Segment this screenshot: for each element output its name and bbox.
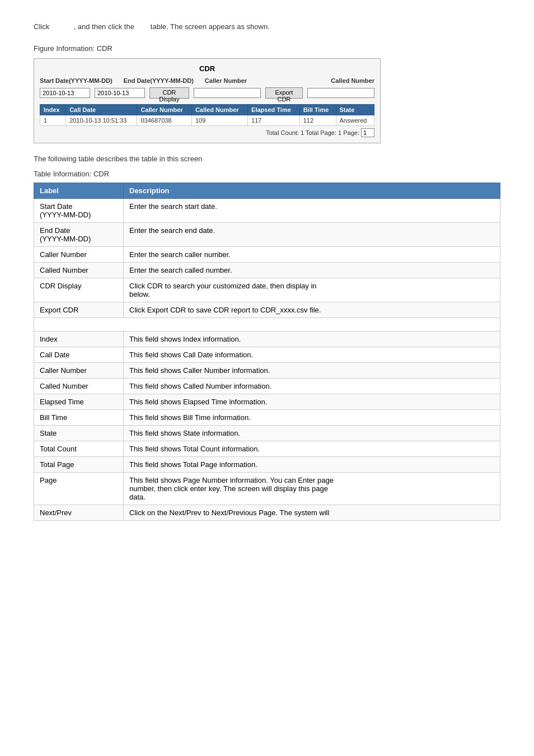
info-col-label: Label <box>34 183 124 199</box>
info-desc-cell: This field shows Index information. <box>124 332 500 347</box>
info-table-row: Start Date(YYYY-MM-DD) Enter the search … <box>34 199 500 223</box>
info-table-row: Index This field shows Index information… <box>34 332 500 347</box>
info-label-cell: Call Date <box>34 347 124 363</box>
col-elapsed-time: Elapsed Time <box>248 105 300 115</box>
info-desc-cell: This field shows State information. <box>124 426 500 441</box>
caller-number-input[interactable] <box>194 88 261 98</box>
cdr-table-header-row: Index Call Date Caller Number Called Num… <box>40 105 374 115</box>
info-label-cell: Next/Prev <box>34 505 124 521</box>
col-called-number: Called Number <box>191 105 247 115</box>
info-table-row: Export CDR Click Export CDR to save CDR … <box>34 302 500 318</box>
cell-state: Answered <box>336 115 374 126</box>
info-label-cell: Called Number <box>34 263 124 278</box>
cdr-form-labels-row: Start Date(YYYY-MM-DD) End Date(YYYY-MM-… <box>40 77 374 84</box>
info-table-row: Next/Prev Click on the Next/Prev to Next… <box>34 505 500 521</box>
info-table: Label Description Start Date(YYYY-MM-DD)… <box>34 183 500 521</box>
info-table-header-row: Label Description <box>34 183 500 199</box>
cdr-form-box: CDR Start Date(YYYY-MM-DD) End Date(YYYY… <box>34 58 381 143</box>
cell-elapsed-time: 117 <box>248 115 300 126</box>
info-table-row: CDR Display Click CDR to search your cus… <box>34 278 500 302</box>
info-table-row: Page This field shows Page Number inform… <box>34 473 500 505</box>
export-cdr-button[interactable]: Export CDR <box>265 87 303 99</box>
info-table-row: End Date(YYYY-MM-DD) Enter the search en… <box>34 223 500 247</box>
intro-text-middle: , and then click the <box>74 22 134 31</box>
info-table-row: Elapsed Time This field shows Elapsed Ti… <box>34 394 500 410</box>
info-desc-cell: Enter the search end date. <box>124 223 500 247</box>
info-label-cell: Total Page <box>34 457 124 473</box>
cdr-footer: Total Count: 1 Total Page: 1 Page: <box>40 128 374 137</box>
info-label-cell: Caller Number <box>34 247 124 263</box>
cdr-box-title: CDR <box>40 64 374 73</box>
cdr-table-row: 1 2010-10-13 10:51:33 034687038 109 117 … <box>40 115 374 126</box>
info-table-row: Bill Time This field shows Bill Time inf… <box>34 410 500 426</box>
info-table-row: Call Date This field shows Call Date inf… <box>34 347 500 363</box>
cell-bill-time: 112 <box>299 115 336 126</box>
info-desc-cell: Enter the search caller number. <box>124 247 500 263</box>
info-label-cell: CDR Display <box>34 278 124 302</box>
cell-call-date: 2010-10-13 10:51:33 <box>66 115 137 126</box>
cdr-form-inputs-row: CDR Display Export CDR <box>40 87 374 99</box>
cell-caller-number: 034687038 <box>137 115 192 126</box>
info-desc-cell: This field shows Call Date information. <box>124 347 500 363</box>
info-desc-cell: Click CDR to search your customized date… <box>124 278 500 302</box>
table-title: Table Information: CDR <box>34 170 500 178</box>
end-date-label: End Date(YYYY-MM-DD) <box>124 77 194 84</box>
info-desc-cell: This field shows Called Number informati… <box>124 379 500 394</box>
info-label-cell: Bill Time <box>34 410 124 426</box>
cell-called-number: 109 <box>191 115 247 126</box>
description-text: The following table describes the table … <box>34 155 500 163</box>
info-desc-cell: This field shows Page Number information… <box>124 473 500 505</box>
info-label-cell: Elapsed Time <box>34 394 124 410</box>
called-number-input[interactable] <box>307 88 374 98</box>
info-desc-cell: Enter the search start date. <box>124 199 500 223</box>
info-table-row: Total Page This field shows Total Page i… <box>34 457 500 473</box>
called-number-label: Called Number <box>331 77 374 84</box>
info-table-row: Total Count This field shows Total Count… <box>34 441 500 457</box>
cdr-footer-text: Total Count: 1 Total Page: 1 Page: <box>266 129 359 136</box>
info-table-row: State This field shows State information… <box>34 426 500 441</box>
info-table-spacer-row <box>34 318 500 332</box>
info-col-description: Description <box>124 183 500 199</box>
info-desc-cell: This field shows Bill Time information. <box>124 410 500 426</box>
caller-number-label: Caller Number <box>205 77 247 84</box>
info-table-row: Caller Number Enter the search caller nu… <box>34 247 500 263</box>
col-bill-time: Bill Time <box>299 105 336 115</box>
cdr-results-section: Index Call Date Caller Number Called Num… <box>40 104 374 137</box>
figure-title: Figure Information: CDR <box>34 44 500 53</box>
cell-index: 1 <box>40 115 66 126</box>
info-label-cell: Export CDR <box>34 302 124 318</box>
info-label-cell: End Date(YYYY-MM-DD) <box>34 223 124 247</box>
info-label-cell: Total Count <box>34 441 124 457</box>
intro-paragraph: Click , and then click the table. The sc… <box>34 22 500 31</box>
intro-text-before: Click <box>34 22 49 31</box>
info-label-cell: Start Date(YYYY-MM-DD) <box>34 199 124 223</box>
cdr-results-table: Index Call Date Caller Number Called Num… <box>40 104 374 126</box>
info-desc-cell: This field shows Caller Number informati… <box>124 363 500 379</box>
cdr-page-input[interactable] <box>361 128 374 137</box>
end-date-input[interactable] <box>95 88 145 98</box>
info-desc-cell: This field shows Total Count information… <box>124 441 500 457</box>
info-label-cell: Index <box>34 332 124 347</box>
info-desc-cell: Click on the Next/Prev to Next/Previous … <box>124 505 500 521</box>
info-desc-cell: Enter the search called number. <box>124 263 500 278</box>
info-desc-cell: Click Export CDR to save CDR report to C… <box>124 302 500 318</box>
col-state: State <box>336 105 374 115</box>
info-table-row: Caller Number This field shows Caller Nu… <box>34 363 500 379</box>
start-date-input[interactable] <box>40 88 90 98</box>
col-caller-number: Caller Number <box>137 105 192 115</box>
col-call-date: Call Date <box>66 105 137 115</box>
info-desc-cell: This field shows Elapsed Time informatio… <box>124 394 500 410</box>
info-table-row: Called Number Enter the search called nu… <box>34 263 500 278</box>
info-label-cell: Caller Number <box>34 363 124 379</box>
info-label-cell: State <box>34 426 124 441</box>
cdr-display-button[interactable]: CDR Display <box>149 87 189 99</box>
info-label-cell: Called Number <box>34 379 124 394</box>
info-table-row: Called Number This field shows Called Nu… <box>34 379 500 394</box>
info-label-cell: Page <box>34 473 124 505</box>
col-index: Index <box>40 105 66 115</box>
info-desc-cell: This field shows Total Page information. <box>124 457 500 473</box>
start-date-label: Start Date(YYYY-MM-DD) <box>40 77 113 84</box>
intro-text-after: table. The screen appears as shown. <box>151 22 270 31</box>
